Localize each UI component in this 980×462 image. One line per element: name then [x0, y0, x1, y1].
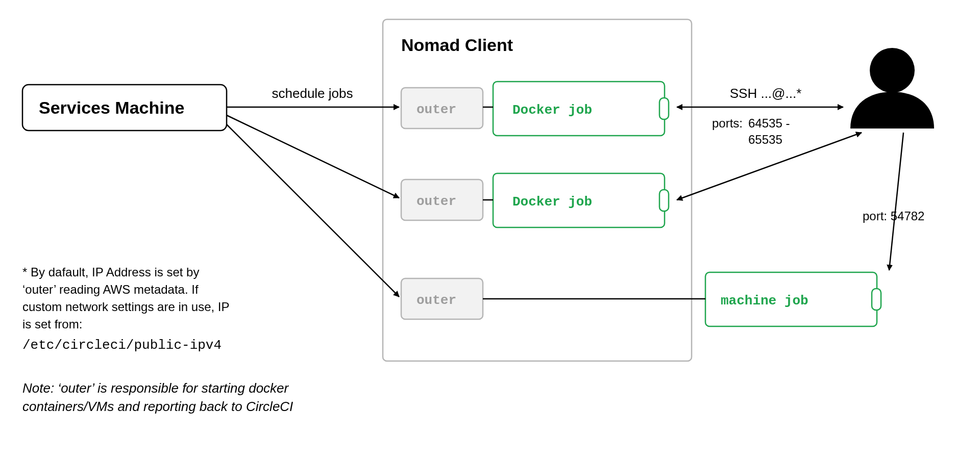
ports-label: ports:	[712, 116, 743, 130]
machine-job-label: machine job	[721, 293, 808, 309]
outer-label-1: outer	[416, 102, 456, 117]
ports-value-2: 65535	[748, 133, 782, 146]
ssh-label: SSH ...@...*	[730, 86, 802, 101]
port2-label: port: 54782	[863, 209, 924, 223]
footnote-line-4: is set from:	[22, 317, 82, 331]
arrow-services-row2	[227, 115, 399, 198]
docker-job-label-2: Docker job	[512, 194, 592, 210]
svg-point-0	[870, 48, 915, 93]
docker-job-port-2	[659, 190, 669, 211]
schedule-jobs-label: schedule jobs	[272, 86, 353, 101]
arrow-services-row3	[227, 124, 399, 297]
footnote-line-1: * By dafault, IP Address is set by	[22, 265, 199, 279]
outer-label-2: outer	[416, 194, 456, 209]
outer-label-3: outer	[416, 293, 456, 308]
footnote-line-3: custom network settings are in use, IP	[22, 300, 230, 314]
services-machine-label: Services Machine	[39, 98, 184, 117]
note-line-1: Note: ‘outer’ is responsible for startin…	[22, 380, 289, 396]
ports-value-1: 64535 -	[748, 116, 790, 130]
machine-job-port	[872, 289, 881, 310]
user-icon	[850, 48, 934, 129]
docker-job-port-1	[659, 98, 669, 119]
arrow-user-machine	[889, 133, 903, 270]
note-line-2: containers/VMs and reporting back to Cir…	[22, 399, 293, 414]
footnote-line-2: ‘outer’ reading AWS metadata. If	[22, 283, 199, 296]
footnote-line-5: /etc/circleci/public-ipv4	[22, 338, 222, 353]
nomad-client-label: Nomad Client	[401, 35, 513, 55]
docker-job-label-1: Docker job	[512, 102, 592, 118]
